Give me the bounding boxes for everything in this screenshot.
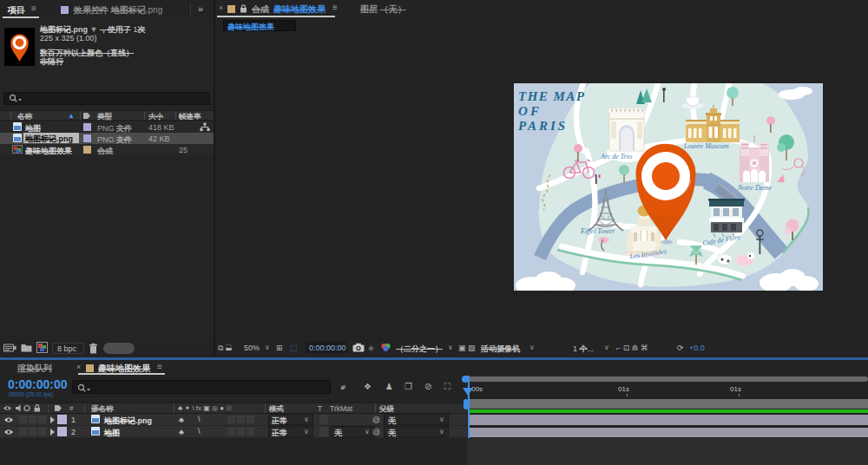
svg-text:Arc de Trio: Arc de Trio [600,153,632,160]
svg-text:Notre Dame: Notre Dame [737,184,772,192]
svg-text:THE MAP: THE MAP [518,89,585,103]
svg-text:Eiffel Tower: Eiffel Tower [580,227,615,235]
svg-text:Louvre Museum: Louvre Museum [683,142,729,150]
